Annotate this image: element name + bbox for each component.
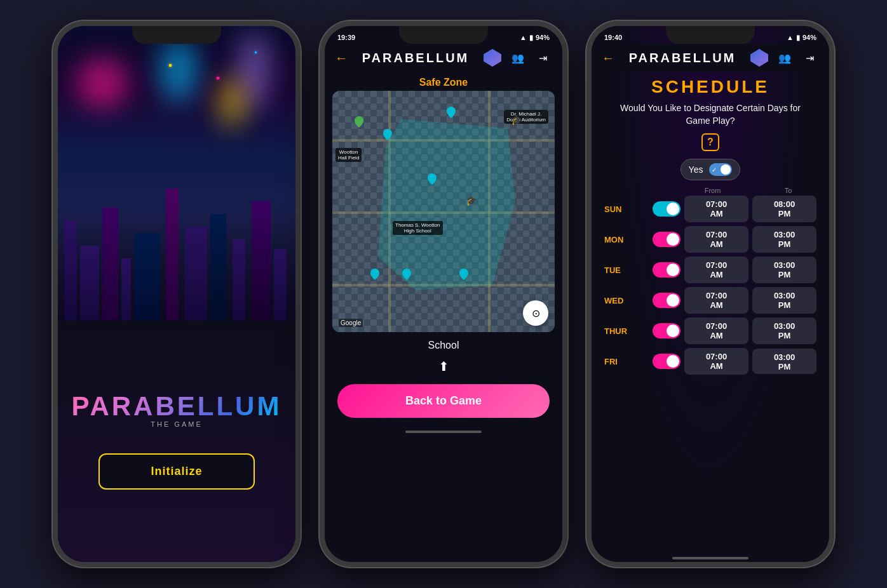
toggle-mon[interactable] [653,232,680,247]
sun-from[interactable]: 07:00AM [684,196,748,222]
map-label-wootton-field: WoottonHall Field [335,148,362,162]
sub-title-text: THE GAME [72,421,282,428]
gem-shape [484,49,501,67]
schedule-title: SCHEDULE [592,72,829,100]
neon-glow-blue [159,39,198,102]
tue-to[interactable]: 03:00PM [752,257,816,283]
window-light-1 [169,64,172,67]
day-wed: WED [604,296,649,305]
schedule-screen: 19:40 ▲ ▮ 94% ← PARABELLUM 👥 ⇥ [592,26,829,562]
phone-1-splash: PARABELLUM THE GAME Initialize [53,21,301,567]
app-title-3: PARABELLUM [629,51,736,65]
battery-pct-3: 94% [802,34,816,41]
google-label: Google [339,319,363,327]
sun-to[interactable]: 08:00PM [752,196,816,222]
back-button-3[interactable]: ← [602,51,614,65]
home-indicator-3 [672,557,748,559]
map-pin-7 [459,269,468,283]
safe-zone-polygon [370,110,523,294]
signal-icon-3: ▲ [787,34,794,41]
map-pin-5 [370,269,379,283]
status-right-2: ▲ ▮ 94% [520,34,550,42]
window-light-2 [217,77,219,79]
exit-icon-3[interactable]: ⇥ [801,49,819,67]
splash-screen: PARABELLUM THE GAME Initialize [58,26,295,562]
wed-to[interactable]: 03:00PM [752,287,816,314]
checkmark-icon: ✓ [712,166,717,173]
yes-label: Yes [689,164,703,175]
yes-toggle-area: Yes ✓ [592,155,829,185]
gem-icon-2[interactable] [484,49,501,67]
col-h-toggle [645,187,673,194]
day-fri: FRI [604,357,649,366]
notch-2 [399,26,488,44]
battery-pct-2: 94% [536,34,550,41]
users-icon-2[interactable]: 👥 [509,49,527,67]
schedule-row-wed: WED 07:00AM 03:00PM [599,287,822,314]
tue-from[interactable]: 07:00AM [684,257,748,283]
exit-glyph-3: ⇥ [806,52,814,64]
users-glyph: 👥 [511,52,524,64]
notch [132,26,221,44]
location-icon: ⊙ [532,307,540,319]
status-time-2: 19:39 [337,34,355,41]
day-thur: THUR [604,326,649,336]
fri-from[interactable]: 07:00AM [684,348,748,375]
share-icon: ⬆ [438,359,449,373]
map-label-school: Thomas S. WoottonHigh School [393,221,443,235]
status-right-3: ▲ ▮ 94% [787,34,816,42]
toggle-sun[interactable] [653,201,680,217]
mon-to[interactable]: 03:00PM [752,226,816,253]
map-container[interactable]: Dr. Michael J.Doran Auditorium WoottonHa… [332,91,555,332]
phone-2-map: 19:39 ▲ ▮ 94% ← PARABELLUM 👥 ⇥ [320,21,567,567]
schedule-col-headers: From To [592,185,829,196]
auditorium-icon: 🎓 [511,115,522,125]
header-icons-3: 👥 ⇥ [750,49,819,67]
back-to-game-button[interactable]: Back to Game [337,384,550,418]
app-header-3: ← PARABELLUM 👥 ⇥ [592,44,829,72]
toggle-wed[interactable] [653,293,680,308]
exit-glyph: ⇥ [539,52,547,64]
back-button-2[interactable]: ← [335,51,348,65]
thur-to[interactable]: 03:00PM [752,317,816,344]
notch-3 [666,26,755,44]
neon-glow-yellow [219,77,245,128]
map-pin-4 [428,173,437,187]
app-header-2: ← PARABELLUM 👥 ⇥ [325,44,562,72]
users-icon-3[interactable]: 👥 [776,49,794,67]
map-pin-3 [355,116,363,130]
schedule-rows: SUN 07:00AM 08:00PM MON 07:00AM 03:00PM … [592,196,829,375]
wed-from[interactable]: 07:00AM [684,287,748,314]
exit-icon-2[interactable]: ⇥ [534,49,552,67]
splash-bottom: PARABELLUM THE GAME Initialize [58,321,295,562]
battery-icon-3: ▮ [796,34,800,42]
col-h-from: From [677,187,748,194]
header-icons-2: 👥 ⇥ [484,49,552,67]
question-icon-area: ? [592,130,829,155]
school-icon: 🎓 [466,196,477,206]
toggle-thur[interactable] [653,323,680,338]
map-background: Dr. Michael J.Doran Auditorium WoottonHa… [332,91,555,332]
thur-from[interactable]: 07:00AM [684,317,748,344]
map-pin-1 [447,107,456,121]
map-pin-2 [383,129,392,143]
schedule-row-thur: THUR 07:00AM 03:00PM [599,317,822,344]
initialize-button[interactable]: Initialize [98,453,254,490]
gem-icon-3[interactable] [750,49,768,67]
toggle-fri[interactable] [653,354,680,369]
fri-to[interactable]: 03:00PM [752,349,816,374]
yes-toggle[interactable]: Yes ✓ [680,159,741,180]
schedule-question: Would You Like to Designate Certain Days… [592,100,829,130]
battery-icon-2: ▮ [529,34,533,42]
toggle-tue[interactable] [653,262,680,277]
mon-from[interactable]: 07:00AM [684,226,748,253]
location-button[interactable]: ⊙ [523,300,548,326]
phone-3-schedule: 19:40 ▲ ▮ 94% ← PARABELLUM 👥 ⇥ [586,21,834,567]
share-icon-area[interactable]: ⬆ [325,356,562,379]
schedule-row-mon: MON 07:00AM 03:00PM [599,226,822,253]
day-mon: MON [604,235,649,244]
col-h-empty [597,187,641,194]
toggle-yes-on[interactable]: ✓ [709,163,732,176]
users-glyph-3: 👥 [778,52,791,64]
day-tue: TUE [604,265,649,275]
